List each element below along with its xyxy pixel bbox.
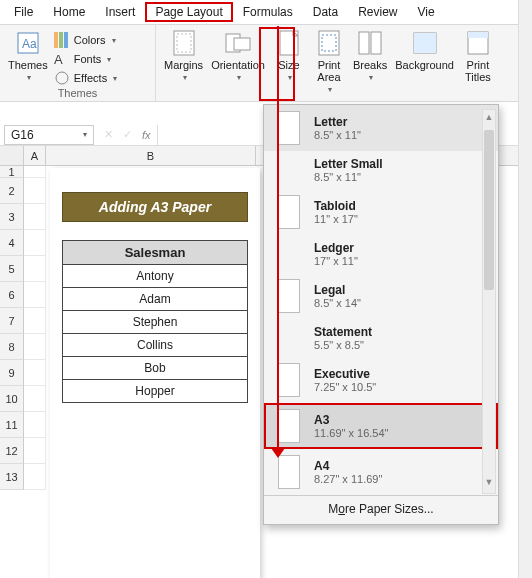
size-name: Letter Small [314,157,383,171]
scroll-up-icon[interactable]: ▲ [483,112,495,126]
row-header[interactable]: 10 [0,386,24,412]
row-header[interactable]: 4 [0,230,24,256]
table-cell: Stephen [63,311,248,334]
effects-icon [54,70,70,86]
size-dimensions: 8.5" x 11" [314,171,383,183]
table-cell: Collins [63,334,248,357]
data-table: Salesman AntonyAdamStephenCollinsBobHopp… [62,240,248,403]
background-icon [409,29,441,57]
row-header[interactable]: 8 [0,334,24,360]
svg-rect-7 [174,31,194,55]
fx-button[interactable]: fx [142,129,151,141]
size-name: Legal [314,283,361,297]
size-option-executive[interactable]: Executive7.25" x 10.5" [264,357,498,403]
group-title-themes: Themes [4,87,151,101]
row-header[interactable]: 11 [0,412,24,438]
size-name: A3 [314,413,388,427]
paper-icon [278,409,300,443]
scroll-down-icon[interactable]: ▼ [483,477,495,491]
size-option-letter-small[interactable]: Letter Small8.5" x 11" [264,151,498,189]
svg-point-6 [56,72,68,84]
size-dimensions: 8.27" x 11.69" [314,473,382,485]
size-dimensions: 17" x 11" [314,255,358,267]
tab-formulas[interactable]: Formulas [233,2,303,22]
size-name: Letter [314,115,361,129]
col-header-b[interactable]: B [46,146,256,165]
tab-view[interactable]: Vie [408,2,445,22]
tab-file[interactable]: File [4,2,43,22]
chevron-down-icon: ▾ [83,130,87,139]
svg-rect-19 [468,32,488,38]
margins-button[interactable]: Margins▾ [160,27,207,94]
size-dropdown: Letter8.5" x 11"Letter Small8.5" x 11"Ta… [263,104,499,525]
size-dimensions: 8.5" x 11" [314,129,361,141]
size-icon [273,29,305,57]
tab-data[interactable]: Data [303,2,348,22]
row-header[interactable]: 13 [0,464,24,490]
tab-insert[interactable]: Insert [95,2,145,22]
size-option-a3[interactable]: A311.69" x 16.54" [264,403,498,449]
page-preview: Adding A3 Paper Salesman AntonyAdamSteph… [50,168,260,578]
size-name: Statement [314,325,372,339]
svg-rect-3 [59,32,63,48]
print-titles-icon [462,29,494,57]
size-dimensions: 8.5" x 14" [314,297,361,309]
paper-icon [278,195,300,229]
fonts-icon: A [54,51,70,67]
print-titles-button[interactable]: Print Titles [458,27,498,94]
colors-button[interactable]: Colors▾ [52,31,119,49]
size-name: Ledger [314,241,358,255]
size-dimensions: 5.5" x 8.5" [314,339,372,351]
table-header: Salesman [63,241,248,265]
more-paper-sizes[interactable]: More Paper Sizes... [264,495,498,522]
row-header[interactable]: 1 [0,166,24,178]
colors-icon [54,32,70,48]
dropdown-scrollbar[interactable]: ▲ ▼ [482,109,496,494]
table-cell: Bob [63,357,248,380]
print-area-button[interactable]: Print Area▾ [309,27,349,94]
select-all-corner[interactable] [0,146,24,165]
vertical-scrollbar[interactable] [518,0,532,578]
cancel-formula-icon[interactable]: ✕ [104,128,113,141]
size-option-letter[interactable]: Letter8.5" x 11" [264,105,498,151]
size-name: Executive [314,367,376,381]
scroll-thumb[interactable] [484,130,494,290]
size-button[interactable]: Size▾ [269,27,309,94]
row-header[interactable]: 7 [0,308,24,334]
tab-home[interactable]: Home [43,2,95,22]
tab-page-layout[interactable]: Page Layout [145,2,232,22]
table-cell: Hopper [63,380,248,403]
effects-button[interactable]: Effects▾ [52,69,119,87]
orientation-button[interactable]: Orientation▾ [207,27,269,94]
size-option-a4[interactable]: A48.27" x 11.69" [264,449,498,495]
size-option-ledger[interactable]: Ledger17" x 11" [264,235,498,273]
size-option-statement[interactable]: Statement5.5" x 8.5" [264,319,498,357]
svg-text:Aa: Aa [22,37,37,51]
size-name: Tabloid [314,199,358,213]
menu-tabs: File Home Insert Page Layout Formulas Da… [0,0,532,24]
size-option-tabloid[interactable]: Tabloid11" x 17" [264,189,498,235]
confirm-formula-icon[interactable]: ✓ [123,128,132,141]
fonts-button[interactable]: A Fonts▾ [52,50,119,68]
size-name: A4 [314,459,382,473]
svg-rect-17 [414,33,436,53]
ribbon: Aa Themes ▾ Colors▾ A Fonts▾ Effects▾ [0,24,532,102]
background-button[interactable]: Background [391,27,458,94]
breaks-button[interactable]: Breaks▾ [349,27,391,94]
paper-icon [278,363,300,397]
themes-button[interactable]: Aa Themes ▾ [4,27,52,87]
row-header[interactable]: 3 [0,204,24,230]
name-box[interactable]: G16 ▾ [4,125,94,145]
row-header[interactable]: 2 [0,178,24,204]
chevron-down-icon: ▾ [27,73,31,82]
tab-review[interactable]: Review [348,2,407,22]
row-header[interactable]: 6 [0,282,24,308]
svg-text:A: A [54,52,63,67]
col-header-a[interactable]: A [24,146,46,165]
size-dimensions: 7.25" x 10.5" [314,381,376,393]
row-header[interactable]: 5 [0,256,24,282]
row-header[interactable]: 12 [0,438,24,464]
themes-icon: Aa [12,29,44,57]
size-option-legal[interactable]: Legal8.5" x 14" [264,273,498,319]
row-header[interactable]: 9 [0,360,24,386]
